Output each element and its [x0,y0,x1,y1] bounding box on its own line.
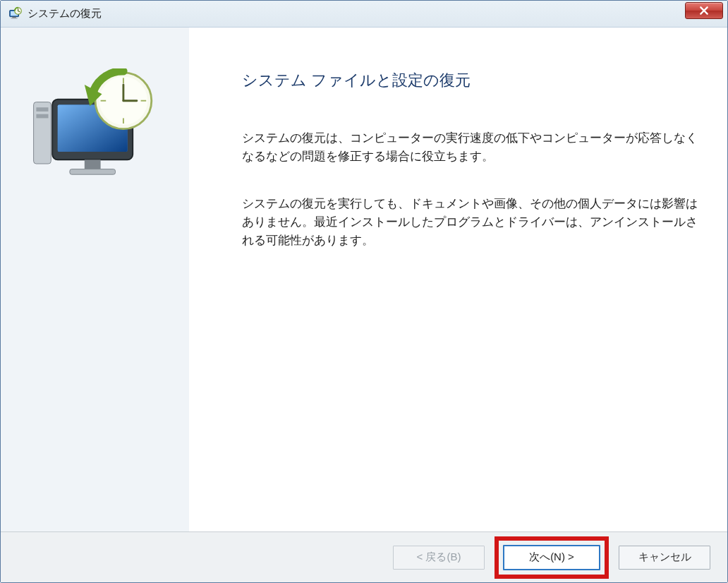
system-restore-hero-icon [28,68,162,192]
description-paragraph-1: システムの復元は、コンピューターの実行速度の低下やコンピューターが応答しなくなる… [242,129,702,167]
close-button[interactable] [685,2,723,19]
system-restore-window: システムの復元 [0,0,728,583]
svg-rect-3 [11,18,18,18]
wizard-body: システム ファイルと設定の復元 システムの復元は、コンピューターの実行速度の低下… [1,28,727,531]
content-pane: システム ファイルと設定の復元 システムの復元は、コンピューターの実行速度の低下… [190,28,727,531]
system-restore-icon [6,6,23,23]
svg-rect-13 [69,169,115,175]
next-button-highlight: 次へ(N) > [495,536,609,579]
svg-rect-7 [36,107,48,112]
svg-rect-2 [12,16,16,18]
left-pane [1,28,190,531]
description-paragraph-2: システムの復元を実行しても、ドキュメントや画像、その他の個人データには影響はあり… [242,195,702,251]
cancel-button[interactable]: キャンセル [619,546,710,570]
svg-rect-12 [84,160,100,169]
close-icon [699,6,709,16]
title-bar[interactable]: システムの復元 [1,1,727,28]
wizard-footer: < 戻る(B) 次へ(N) > キャンセル [1,531,727,582]
window-title: システムの復元 [28,7,102,20]
svg-rect-8 [36,114,48,119]
page-heading: システム ファイルと設定の復元 [242,70,702,91]
back-button: < 戻る(B) [393,546,485,570]
next-button[interactable]: 次へ(N) > [503,545,600,570]
